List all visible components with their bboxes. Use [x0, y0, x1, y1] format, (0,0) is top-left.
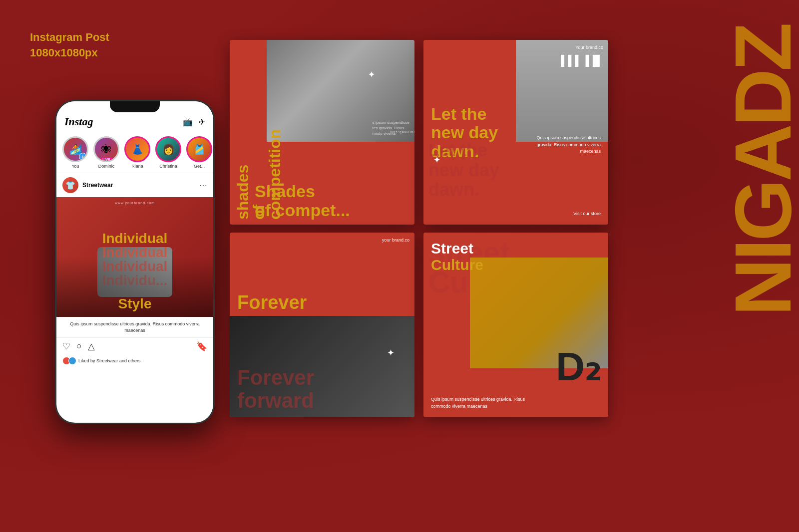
post-style-text: Style [118, 296, 152, 312]
top-label: Instagram Post 1080x1080px [30, 30, 109, 61]
like-button[interactable]: ♡ [62, 341, 70, 352]
post-options[interactable]: ⋯ [199, 181, 207, 190]
story-riana[interactable]: 👗 Riana [124, 136, 150, 169]
post-header: 👕 Streetwear ⋯ [56, 173, 213, 197]
stories-row: 🏄 + You 🕷 LIVE Dominic 👗 Ria [56, 132, 213, 173]
post-image: www.yourbrand.com Individual Individual … [56, 197, 213, 317]
liked-avatar-2 [68, 357, 76, 365]
post-title-1: Individual [102, 232, 168, 246]
card-street-title: Street Culture [431, 240, 483, 273]
plus-badge: + [79, 153, 87, 161]
story-name-christina: Christina [159, 164, 177, 169]
cards-area: shadesofcompetition www.yourvweb.com ✦ S… [230, 40, 609, 417]
story-dominic[interactable]: 🕷 LIVE Dominic [93, 136, 119, 169]
feed-post: 👕 Streetwear ⋯ www.yourbrand.com Individ… [56, 173, 213, 367]
card-forever: your brand.co Forever Forward Forever fo… [230, 233, 414, 417]
right-vertical-text: NIGADZ [717, 25, 799, 316]
story-name-you: You [71, 164, 79, 169]
post-brand-url: www.yourbrand.com [115, 201, 155, 205]
story-avatar-dominic: 🕷 LIVE [93, 136, 119, 162]
card-street-d2: D₂ [556, 343, 601, 390]
card-street-desc: Quis ipsum suspendisse ultrices gravida.… [431, 396, 531, 410]
phone-screen: Instag 📺 ✈ 🏄 + You 🕷 [56, 101, 213, 423]
post-title-stack: Individual Individual Individual Individ… [102, 232, 168, 287]
top-label-line1: Instagram Post [30, 30, 109, 45]
card-forever-bg-text: Forever forward [237, 366, 314, 412]
liked-by-text: Liked by Streetwear and others [78, 358, 141, 363]
story-christina[interactable]: 👩 Christina [155, 136, 181, 169]
sparkle-1: ✦ [368, 70, 375, 79]
card-shades-small-text: s ipsum suspendissetes gravida. Risusmod… [373, 120, 409, 137]
sparkle-2: ✦ [433, 155, 440, 165]
sparkle-3: ✦ [387, 347, 395, 358]
phone-body: Instag 📺 ✈ 🏄 + You 🕷 [55, 100, 215, 424]
instagram-logo: Instag [64, 115, 93, 128]
story-avatar-riana: 👗 [124, 136, 150, 162]
live-badge: LIVE [100, 157, 112, 162]
card-dawn-brand: Your brand.co [575, 45, 603, 51]
card-dawn-visit: Visit our store [573, 211, 601, 217]
story-avatar-christina: 👩 [155, 136, 181, 162]
card-dawn-barcode: ▌▌▌▐▐▌ [561, 55, 603, 66]
card-dawn-bg-text: Let the new day dawn. [428, 140, 499, 200]
card-dawn: ▌▌▌▐▐▌ Your brand.co Let the new day daw… [423, 40, 608, 225]
post-action-left: ♡ ○ △ [62, 341, 95, 352]
story-you[interactable]: 🏄 + You [62, 136, 88, 169]
top-label-line2: 1080x1080px [30, 45, 109, 61]
header-icons: 📺 ✈ [183, 117, 205, 127]
share-button[interactable]: △ [88, 341, 95, 352]
phone-mockup: Instag 📺 ✈ 🏄 + You 🕷 [55, 100, 215, 424]
card-forever-brand: your brand.co [382, 238, 409, 244]
post-title-4: Individu... [102, 273, 168, 287]
card-shades-bottom-text: Shades of compet... [255, 182, 350, 220]
story-avatar-get: 🎽 [186, 136, 212, 162]
card-dawn-desc: Quis ipsum suspendisse ultrices gravida.… [536, 135, 601, 155]
post-title-3: Individual [102, 260, 168, 273]
story-name-get: Get... [194, 164, 205, 169]
story-name-riana: Riana [131, 164, 143, 169]
save-button[interactable]: 🔖 [196, 341, 207, 352]
post-username: Streetwear [82, 182, 113, 189]
comment-button[interactable]: ○ [76, 341, 82, 352]
story-name-dominic: Dominic [98, 164, 115, 169]
liked-avatars [62, 357, 76, 365]
post-avatar: 👕 [62, 177, 78, 193]
post-liked-by: Liked by Streetwear and others [56, 355, 213, 367]
card-shades: shadesofcompetition www.yourvweb.com ✦ S… [230, 40, 414, 225]
card-shades-web: www.yourvweb.com [390, 131, 414, 134]
post-actions: ♡ ○ △ 🔖 [56, 337, 213, 355]
post-description: Quis ipsum suspendisse ultrices gravida.… [56, 317, 213, 337]
story-avatar-you: 🏄 + [62, 136, 88, 162]
tv-icon[interactable]: 📺 [183, 117, 193, 127]
send-icon[interactable]: ✈ [199, 117, 205, 127]
post-title-2: Individual [102, 246, 168, 260]
post-user: 👕 Streetwear [62, 177, 113, 193]
story-get[interactable]: 🎽 Get... [186, 136, 212, 169]
phone-notch [110, 101, 160, 112]
card-street: street Cultu Street Culture D₂ Quis ipsu… [423, 233, 608, 417]
